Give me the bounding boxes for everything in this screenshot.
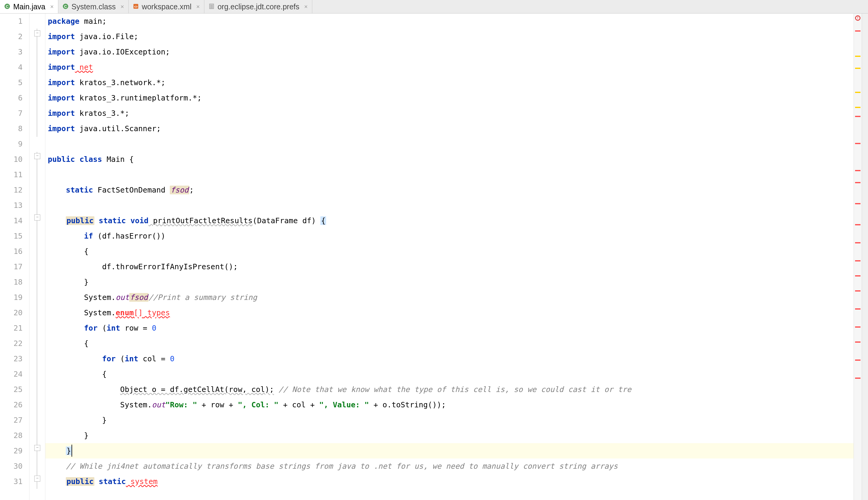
code-line: {	[45, 366, 854, 382]
close-icon[interactable]: ×	[50, 3, 54, 10]
error-stripe-mark[interactable]	[855, 327, 860, 328]
code-line: // While jni4net automatically transform…	[45, 458, 854, 474]
line-number[interactable]: 12	[0, 182, 23, 198]
tab-main-java[interactable]: C Main.java ×	[0, 0, 58, 13]
tab-label: Main.java	[13, 2, 45, 11]
fold-marker[interactable]: −	[34, 30, 40, 36]
error-stripe-mark[interactable]	[855, 182, 860, 183]
error-stripe[interactable]	[854, 13, 862, 500]
code-line-current: }	[45, 443, 854, 458]
line-number[interactable]: 20	[0, 305, 23, 320]
fold-marker[interactable]: −	[34, 215, 40, 220]
svg-text:C: C	[6, 4, 9, 9]
code-line: package main;	[45, 13, 854, 29]
line-number[interactable]: 8	[0, 121, 23, 136]
line-number[interactable]: 17	[0, 259, 23, 274]
error-stripe-mark[interactable]	[855, 341, 860, 343]
code-line: System.enum[] types	[45, 305, 854, 320]
tab-label: System.class	[71, 2, 116, 11]
line-number[interactable]: 9	[0, 136, 23, 152]
code-line: public class Main {	[45, 152, 854, 167]
code-line: {	[45, 244, 854, 259]
line-number[interactable]: 10	[0, 152, 23, 167]
line-number[interactable]: 26	[0, 397, 23, 412]
line-number[interactable]: 19	[0, 290, 23, 305]
close-icon[interactable]: ×	[304, 3, 308, 10]
line-number[interactable]: 3	[0, 44, 23, 59]
error-stripe-mark[interactable]	[855, 30, 860, 32]
tab-workspace-xml[interactable]: <> workspace.xml ×	[129, 0, 204, 13]
code-line: import java.io.File;	[45, 29, 854, 44]
line-number[interactable]: 1	[0, 13, 23, 29]
code-line: import java.io.IOException;	[45, 44, 854, 59]
line-number[interactable]: 28	[0, 428, 23, 443]
xml-file-icon: <>	[133, 2, 139, 11]
tab-label: org.eclipse.jdt.core.prefs	[218, 2, 300, 11]
line-number[interactable]: 27	[0, 412, 23, 428]
error-stripe-mark[interactable]	[855, 290, 860, 292]
line-number[interactable]: 25	[0, 382, 23, 397]
code-line: static FactSetOnDemand fsod;	[45, 182, 854, 198]
error-stripe-mark[interactable]	[855, 224, 860, 225]
error-stripe-mark[interactable]	[855, 68, 860, 69]
error-stripe-mark[interactable]	[855, 360, 860, 361]
code-line: }	[45, 274, 854, 290]
editor-tabs: C Main.java × C System.class × <> worksp…	[0, 0, 868, 13]
code-line: Object o = df.getCellAt(row, col); // No…	[45, 382, 854, 397]
line-number[interactable]: 29	[0, 443, 23, 458]
java-class-icon: C	[62, 2, 69, 11]
line-number-gutter[interactable]: 1234567891011121314@15161718192021222324…	[0, 13, 30, 500]
error-stripe-mark[interactable]	[855, 203, 860, 204]
error-stripe-mark[interactable]	[855, 260, 860, 261]
vertical-scrollbar[interactable]	[862, 13, 868, 500]
error-stripe-mark[interactable]	[855, 275, 860, 276]
fold-marker[interactable]: −	[34, 476, 40, 482]
fold-marker[interactable]: −	[34, 445, 40, 451]
code-line: }	[45, 428, 854, 443]
code-line: public static void printOutFactletResult…	[45, 213, 854, 228]
line-number[interactable]: 13	[0, 198, 23, 213]
error-stripe-mark[interactable]	[855, 143, 860, 144]
tab-system-class[interactable]: C System.class ×	[58, 0, 129, 13]
error-stripe-mark[interactable]	[855, 56, 860, 57]
error-stripe-mark[interactable]	[855, 242, 860, 243]
error-stripe-mark[interactable]	[855, 170, 860, 171]
line-number[interactable]: 21	[0, 320, 23, 336]
line-number[interactable]: 6	[0, 90, 23, 105]
line-number[interactable]: 24	[0, 366, 23, 382]
close-icon[interactable]: ×	[120, 3, 124, 10]
code-line: import net	[45, 59, 854, 75]
svg-text:C: C	[64, 4, 67, 9]
line-number[interactable]: 15	[0, 228, 23, 244]
line-number[interactable]: 11	[0, 167, 23, 182]
code-line: {	[45, 336, 854, 351]
code-line: System.out"Row: " + row + ", Col: " + co…	[45, 397, 854, 412]
error-stripe-mark[interactable]	[855, 116, 860, 117]
line-number[interactable]: 16	[0, 244, 23, 259]
code-line: import kratos_3.*;	[45, 105, 854, 121]
line-number[interactable]: 22	[0, 336, 23, 351]
line-number[interactable]: 30	[0, 458, 23, 474]
close-icon[interactable]: ×	[196, 3, 200, 10]
error-stripe-mark[interactable]	[855, 377, 860, 379]
code-line: for (int col = 0	[45, 351, 854, 366]
line-number[interactable]: 7	[0, 105, 23, 121]
line-number[interactable]: 2	[0, 29, 23, 44]
code-editor[interactable]: package main; import java.io.File; impor…	[45, 13, 854, 500]
line-number[interactable]: 23	[0, 351, 23, 366]
error-summary-icon[interactable]	[855, 15, 860, 21]
error-stripe-mark[interactable]	[855, 308, 860, 309]
line-number[interactable]: 31@	[0, 474, 23, 489]
fold-marker[interactable]: −	[34, 153, 40, 159]
error-stripe-mark[interactable]	[855, 92, 860, 93]
code-line: System.outfsod//Print a summary string	[45, 290, 854, 305]
error-stripe-mark[interactable]	[855, 107, 860, 108]
line-number[interactable]: 5	[0, 75, 23, 90]
code-line: for (int row = 0	[45, 320, 854, 336]
line-number[interactable]: 14@	[0, 213, 23, 228]
tab-prefs[interactable]: org.eclipse.jdt.core.prefs ×	[204, 0, 312, 13]
line-number[interactable]: 18	[0, 274, 23, 290]
line-number[interactable]: 4	[0, 59, 23, 75]
fold-column[interactable]: − − − − −	[30, 13, 45, 500]
code-line: import kratos_3.network.*;	[45, 75, 854, 90]
